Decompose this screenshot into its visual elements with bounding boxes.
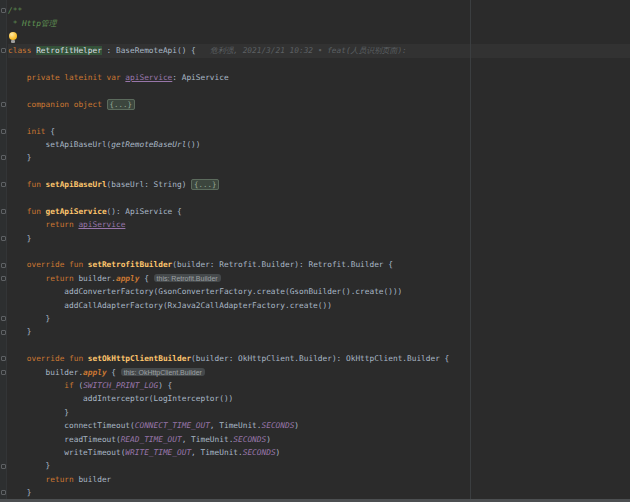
code-line[interactable]: setApiBaseUrl(getRemoteBaseUrl())	[8, 138, 630, 151]
code-line[interactable]: return builder.apply { this: Retrofit.Bu…	[8, 272, 630, 285]
fold-toggle-icon[interactable]	[1, 182, 6, 187]
token-keyword: return	[8, 475, 78, 484]
token-constant: SWITCH_PRINT_LOG	[83, 381, 158, 390]
token-text: )	[276, 448, 281, 457]
code-line[interactable]	[8, 339, 630, 352]
token-text: addInterceptor(LogInterceptor())	[8, 394, 233, 403]
token-text: }	[8, 234, 31, 243]
token-function-name: getApiService	[46, 207, 107, 216]
token-doc-comment: /**	[8, 6, 22, 15]
code-line[interactable]: /**	[8, 4, 630, 17]
code-line[interactable]	[8, 31, 630, 44]
code-line[interactable]: connectTimeout(CONNECT_TIME_OUT, TimeUni…	[8, 419, 630, 432]
token-constant: WRITE_TIME_OUT	[125, 448, 191, 457]
fold-toggle-icon[interactable]	[1, 356, 6, 361]
code-line-caret[interactable]: class RetrofitHelper : BaseRemoteApi() {…	[8, 44, 630, 57]
token-constant: SECONDS	[233, 435, 266, 444]
fold-toggle-icon[interactable]	[1, 490, 6, 495]
token-static-call: getRemoteBaseUrl	[111, 140, 186, 149]
folded-region-badge[interactable]: {...}	[191, 179, 219, 190]
fold-toggle-icon[interactable]	[1, 263, 6, 268]
token-text: addConverterFactory(GsonConverterFactory…	[8, 287, 402, 296]
token-text: readTimeout(	[8, 435, 121, 444]
code-line[interactable]: private lateinit var apiService: ApiServ…	[8, 71, 630, 84]
code-line[interactable]: }	[8, 312, 630, 325]
code-line[interactable]: companion object {...}	[8, 98, 630, 111]
fold-toggle-icon[interactable]	[1, 8, 6, 13]
code-line[interactable]: return apiService	[8, 218, 630, 231]
token-keyword: class	[8, 46, 36, 55]
fold-toggle-icon[interactable]	[1, 316, 6, 321]
token-text: }	[8, 153, 31, 162]
fold-toggle-icon[interactable]	[1, 330, 6, 335]
fold-toggle-icon[interactable]	[1, 48, 6, 53]
code-line[interactable]: fun setApiBaseUrl(baseUrl: String) {...}	[8, 178, 630, 191]
token-text: (builder: OkHttpClient.Builder): OkHttpC…	[191, 354, 449, 363]
code-line[interactable]: }	[8, 151, 630, 164]
token-apply-call: apply	[83, 368, 106, 377]
code-line[interactable]: init {	[8, 125, 630, 138]
code-line[interactable]: }	[8, 459, 630, 472]
token-text: ) {	[158, 381, 172, 390]
code-line[interactable]: fun getApiService(): ApiService {	[8, 205, 630, 218]
token-doc-comment: * Http管理	[8, 19, 56, 28]
code-line[interactable]: override fun setOkHttpClientBuilder(buil…	[8, 352, 630, 365]
token-keyword: private lateinit var	[8, 73, 125, 82]
token-text: : ApiService	[172, 73, 228, 82]
token-keyword: return	[8, 220, 78, 229]
code-line[interactable]: }	[8, 486, 630, 499]
git-blame-annotation: 危利强, 2021/3/21 10:32 • feat(人员识别页面):	[196, 46, 412, 55]
token-text: setApiBaseUrl(	[8, 140, 111, 149]
token-apply-call: apply	[116, 274, 139, 283]
token-text: ())	[186, 140, 200, 149]
fold-toggle-icon[interactable]	[1, 155, 6, 160]
code-line[interactable]: readTimeout(READ_TIME_OUT, TimeUnit.SECO…	[8, 433, 630, 446]
fold-toggle-icon[interactable]	[1, 464, 6, 469]
code-line[interactable]: override fun setRetrofitBuilder(builder:…	[8, 258, 630, 271]
code-line[interactable]: if (SWITCH_PRINT_LOG) {	[8, 379, 630, 392]
code-line[interactable]: }	[8, 406, 630, 419]
token-text: (): ApiService {	[107, 207, 182, 216]
fold-toggle-icon[interactable]	[1, 129, 6, 134]
fold-toggle-icon[interactable]	[1, 276, 6, 281]
code-line[interactable]	[8, 245, 630, 258]
code-line[interactable]: addInterceptor(LogInterceptor())	[8, 392, 630, 405]
token-text: )	[266, 435, 271, 444]
inline-type-hint[interactable]: this: Retrofit.Builder	[154, 274, 221, 282]
fold-toggle-icon[interactable]	[1, 209, 6, 214]
code-line[interactable]	[8, 165, 630, 178]
inline-type-hint[interactable]: this: OkHttpClient.Builder	[121, 368, 205, 376]
fold-toggle-icon[interactable]	[1, 370, 6, 375]
code-line[interactable]: * Http管理	[8, 17, 630, 30]
token-text: builder	[78, 475, 111, 484]
token-text: builder.	[8, 368, 83, 377]
folded-region-badge[interactable]: {...}	[107, 99, 135, 110]
token-function-name: setOkHttpClientBuilder	[88, 354, 191, 363]
fold-toggle-icon[interactable]	[1, 236, 6, 241]
code-line[interactable]	[8, 58, 630, 71]
code-line[interactable]: return builder	[8, 473, 630, 486]
code-line[interactable]: }	[8, 232, 630, 245]
code-line[interactable]: addCallAdapterFactory(RxJava2CallAdapter…	[8, 299, 630, 312]
token-text: }	[8, 408, 69, 417]
code-editor[interactable]: /** * Http管理class RetrofitHelper : BaseR…	[0, 0, 630, 502]
code-line[interactable]	[8, 84, 630, 97]
code-line[interactable]	[8, 111, 630, 124]
token-text: : BaseRemoteApi() {	[102, 46, 196, 55]
code-line[interactable]	[8, 191, 630, 204]
fold-toggle-icon[interactable]	[1, 102, 6, 107]
token-text: addCallAdapterFactory(RxJava2CallAdapter…	[8, 301, 332, 310]
code-line[interactable]: builder.apply { this: OkHttpClient.Build…	[8, 366, 630, 379]
code-area[interactable]: /** * Http管理class RetrofitHelper : BaseR…	[8, 0, 630, 499]
token-text: }	[8, 327, 31, 336]
code-line[interactable]: }	[8, 325, 630, 338]
code-line[interactable]: writeTimeout(WRITE_TIME_OUT, TimeUnit.SE…	[8, 446, 630, 459]
intention-lightbulb-icon[interactable]	[8, 32, 17, 43]
token-keyword: companion object	[8, 100, 107, 109]
code-line[interactable]: addConverterFactory(GsonConverterFactory…	[8, 285, 630, 298]
gutter	[0, 0, 7, 499]
token-constant: CONNECT_TIME_OUT	[135, 421, 210, 430]
token-text: }	[8, 488, 31, 497]
token-keyword: fun	[8, 207, 46, 216]
token-text: )	[294, 421, 299, 430]
